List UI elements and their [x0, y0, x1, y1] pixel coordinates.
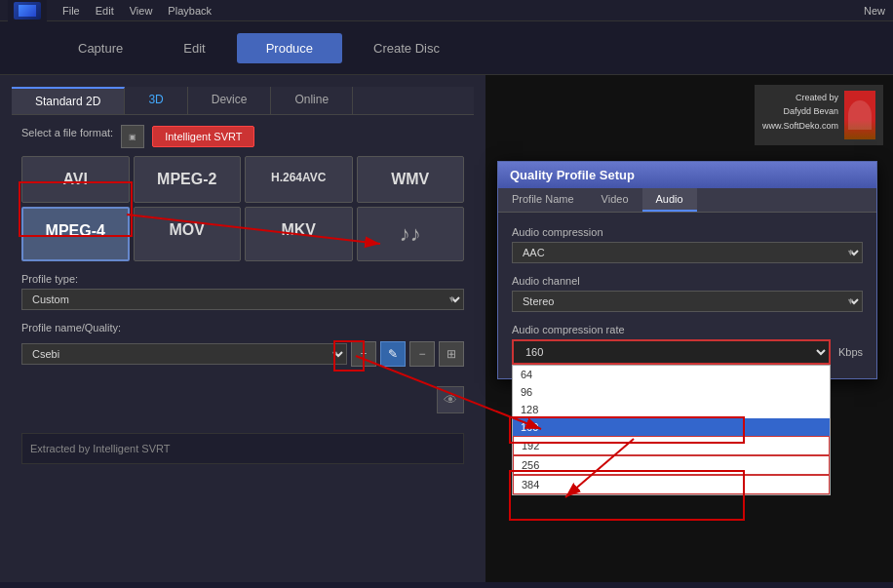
profile-name-label: Profile name/Quality:: [21, 322, 464, 333]
audio-rate-label: Audio compression rate: [512, 324, 863, 335]
audio-compression-label: Audio compression: [512, 226, 863, 238]
rate-option-96[interactable]: 96: [513, 383, 830, 401]
menu-playback[interactable]: Playback: [168, 5, 212, 17]
audio-compression-wrapper[interactable]: AAC MP3 PCM: [512, 242, 863, 263]
profile-type-label: Profile type:: [21, 273, 464, 285]
rate-option-384[interactable]: 384: [513, 475, 830, 494]
rate-option-64[interactable]: 64: [513, 366, 830, 383]
tab-device[interactable]: Device: [188, 87, 272, 114]
dialog-tab-video[interactable]: Video: [588, 188, 642, 212]
kbps-label: Kbps: [838, 346, 863, 358]
format-header: Select a file format: ▣ Intelligent SVRT: [21, 125, 464, 148]
profile-name-row: Csebi + ✎ − ⊞: [21, 341, 464, 367]
tab-3d[interactable]: 3D: [125, 87, 187, 114]
extracted-section: 👁 Extracted by Intelligent SVRT: [21, 386, 464, 464]
profile-type-select[interactable]: Custom: [21, 289, 464, 310]
nav-create-disc[interactable]: Create Disc: [344, 33, 469, 63]
audio-compression-select[interactable]: AAC MP3 PCM: [512, 242, 863, 263]
dialog-title: Quality Profile Setup: [498, 162, 876, 188]
format-tabs: Standard 2D 3D Device Online: [12, 87, 474, 115]
watermark-text: Created by Dafydd Bevan www.SoftDeko.com: [762, 91, 838, 133]
format-mpeg4[interactable]: MPEG-4: [21, 207, 130, 261]
intelligent-svrt-btn[interactable]: Intelligent SVRT: [152, 126, 254, 147]
preview-toggle-btn[interactable]: 👁: [437, 386, 464, 413]
audio-rate-section: Audio compression rate 64 96 128 160 192…: [512, 324, 863, 365]
extracted-area: Extracted by Intelligent SVRT: [21, 433, 464, 464]
select-format-label: Select a file format:: [21, 127, 113, 138]
menu-bar: File Edit View Playback New: [0, 0, 893, 21]
menu-new[interactable]: New: [864, 5, 885, 17]
nav-capture[interactable]: Capture: [49, 33, 152, 63]
audio-channel-label: Audio channel: [512, 275, 863, 287]
watermark-area: Created by Dafydd Bevan www.SoftDeko.com: [755, 85, 883, 145]
nav-produce[interactable]: Produce: [237, 33, 342, 63]
audio-rate-select-wrapper[interactable]: 64 96 128 160 192 256 384 64 96 128 160: [512, 339, 831, 365]
rate-option-128[interactable]: 128: [513, 401, 830, 418]
format-avc[interactable]: H.264AVC: [245, 156, 353, 203]
tab-standard-2d[interactable]: Standard 2D: [12, 87, 125, 114]
audio-channel-wrapper[interactable]: Mono Stereo 5.1 Surround: [512, 291, 863, 312]
extracted-label: Extracted by Intelligent SVRT: [30, 443, 170, 454]
profile-name-section: Profile name/Quality: Csebi + ✎ − ⊞: [21, 322, 464, 367]
codec-icon: ▣: [121, 125, 144, 148]
rate-option-192[interactable]: 192: [513, 436, 830, 455]
left-panel: Standard 2D 3D Device Online Select a fi…: [0, 75, 485, 582]
rate-option-160[interactable]: 160: [513, 418, 830, 436]
format-music[interactable]: ♪♪: [357, 207, 465, 261]
format-wmv[interactable]: WMV: [357, 156, 465, 203]
audio-rate-select[interactable]: 64 96 128 160 192 256 384: [512, 339, 831, 365]
menu-edit[interactable]: Edit: [96, 5, 114, 17]
add-profile-btn[interactable]: +: [351, 341, 376, 367]
audio-rate-row: 64 96 128 160 192 256 384 64 96 128 160: [512, 339, 863, 365]
menu-file[interactable]: File: [62, 5, 80, 17]
rate-dropdown-list: 64 96 128 160 192 256 384: [512, 365, 831, 495]
dialog-tabs: Profile Name Video Audio: [498, 188, 876, 213]
format-buttons-grid: AVI MPEG-2 H.264AVC WMV MPEG-4 MOV MKV ♪…: [21, 156, 464, 261]
format-avi[interactable]: AVI: [21, 156, 130, 203]
menu-view[interactable]: View: [130, 5, 153, 17]
rate-option-256[interactable]: 256: [513, 455, 830, 475]
format-mkv[interactable]: MKV: [245, 207, 353, 261]
edit-profile-btn[interactable]: ✎: [380, 341, 406, 367]
remove-profile-btn[interactable]: −: [409, 341, 435, 367]
profile-type-wrapper[interactable]: Custom: [21, 289, 464, 310]
audio-channel-select[interactable]: Mono Stereo 5.1 Surround: [512, 291, 863, 312]
tab-online[interactable]: Online: [271, 87, 353, 114]
format-mov[interactable]: MOV: [134, 207, 242, 261]
quality-profile-dialog: Quality Profile Setup Profile Name Video…: [497, 161, 877, 379]
profile-name-select[interactable]: Csebi: [21, 343, 347, 365]
header-nav: Capture Edit Produce Create Disc: [0, 21, 893, 75]
dialog-content: Audio compression AAC MP3 PCM Audio chan…: [498, 213, 876, 378]
settings-profile-btn[interactable]: ⊞: [439, 341, 464, 367]
format-mpeg2[interactable]: MPEG-2: [134, 156, 242, 203]
dialog-tab-profile-name[interactable]: Profile Name: [498, 188, 588, 212]
nav-edit[interactable]: Edit: [154, 33, 234, 63]
dialog-tab-audio[interactable]: Audio: [642, 188, 697, 212]
profile-name-wrapper[interactable]: Csebi: [21, 343, 347, 365]
profile-type-section: Profile type: Custom: [21, 273, 464, 310]
